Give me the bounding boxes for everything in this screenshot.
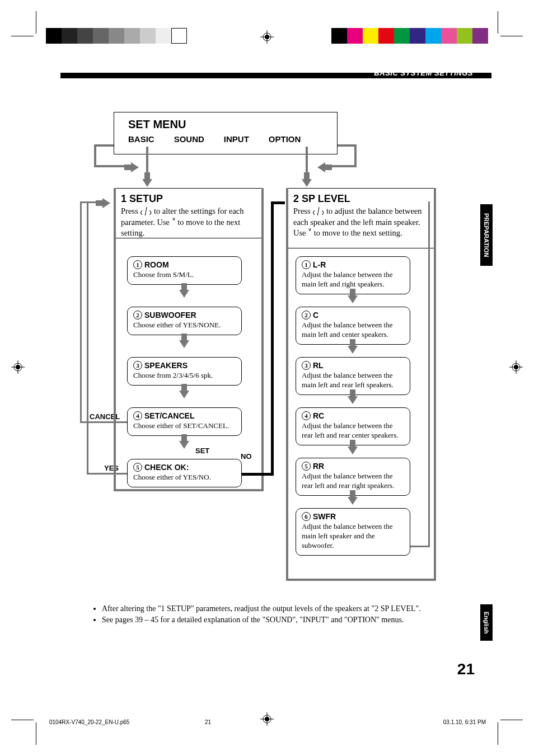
crop-mark <box>11 36 34 36</box>
footnote-1: After altering the "1 SETUP" parameters,… <box>102 603 452 614</box>
arrow-down-icon <box>179 340 189 348</box>
arrow-right-icon <box>102 198 110 208</box>
left-right-glyph-icon: ‹ / › <box>140 204 152 219</box>
flow-line <box>87 201 88 474</box>
frame-line <box>286 188 288 580</box>
crop-mark <box>498 722 498 745</box>
step-number-icon: 4 <box>133 411 142 420</box>
left-right-glyph-icon: ‹ / › <box>312 204 324 219</box>
step-number-icon: 5 <box>133 463 142 472</box>
step-number-icon: 1 <box>133 260 142 269</box>
setup-title: 1 SETUP <box>121 193 256 205</box>
menu-item-input: INPUT <box>224 134 249 144</box>
step-number-icon: 6 <box>302 512 311 521</box>
page-number: 21 <box>457 660 475 678</box>
flow-line <box>94 144 114 147</box>
step-swfr: 6 SWFR Adjust the balance between the ma… <box>296 508 410 556</box>
side-tab-preparation: PREPARATION <box>480 204 493 266</box>
flow-line <box>428 201 430 547</box>
color-bar-icon <box>331 28 488 44</box>
arrow-down-icon <box>348 295 358 303</box>
arrow-down-icon <box>179 441 189 449</box>
setup-desc: Press ‹ / › to alter the settings for ea… <box>121 206 256 239</box>
menu-item-basic: BASIC <box>128 134 154 144</box>
footnotes: After altering the "1 SETUP" parameters,… <box>94 603 452 626</box>
flow-line <box>338 144 354 147</box>
imposition-footer: 0104RX-V740_20-22_EN-U.p65 21 03.1.10, 6… <box>44 719 491 725</box>
setup-box: 1 SETUP Press ‹ / › to alter the setting… <box>114 188 264 238</box>
frame-line <box>114 188 116 490</box>
step-speakers: 3 SPEAKERS Choose from 2/3/4/5/6 spk. <box>127 357 242 386</box>
registration-mark-icon <box>509 360 523 374</box>
step-room: 1 ROOM Choose from S/M/L. <box>127 256 242 285</box>
crop-mark <box>498 11 498 34</box>
flow-line <box>80 201 82 422</box>
crop-mark <box>36 722 36 745</box>
flow-line <box>94 144 96 167</box>
side-tab-english: English <box>480 604 493 641</box>
arrow-down-icon <box>348 346 358 354</box>
step-number-icon: 4 <box>302 411 311 420</box>
frame-line <box>261 188 264 490</box>
set-menu-row: BASIC SOUND INPUT OPTION <box>128 134 326 144</box>
step-number-icon: 3 <box>302 361 311 370</box>
splevel-box: 2 SP LEVEL Press ‹ / › to adjust the bal… <box>286 188 436 248</box>
footer-page: 21 <box>205 719 211 725</box>
arrow-down-icon <box>348 447 358 454</box>
step-number-icon: 3 <box>133 361 142 370</box>
flow-line-bold <box>271 201 274 476</box>
arrow-down-icon <box>142 179 152 187</box>
section-header: BASIC SYSTEM SETTINGS <box>374 69 473 77</box>
flow-line-bold <box>271 201 285 204</box>
step-set-cancel: 4 SET/CANCEL Choose either of SET/CANCEL… <box>127 407 242 436</box>
footnote-2: See pages 39 – 45 for a detailed explana… <box>102 614 452 626</box>
step-number-icon: 5 <box>302 462 311 471</box>
footer-datetime: 03.1.10, 6:31 PM <box>443 719 486 725</box>
footer-file: 0104RX-V740_20-22_EN-U.p65 <box>49 719 129 725</box>
registration-mark-icon <box>260 30 274 44</box>
set-menu-title: SET MENU <box>128 118 326 131</box>
label-set: SET <box>195 447 209 455</box>
label-no: NO <box>241 452 252 461</box>
splevel-title: 2 SP LEVEL <box>293 193 429 205</box>
down-glyph-icon: ˅ <box>308 226 312 241</box>
arrow-right-icon <box>131 162 139 172</box>
menu-item-sound: SOUND <box>174 134 204 144</box>
label-yes: YES <box>104 464 119 472</box>
flowchart-diagram: SET MENU BASIC SOUND INPUT OPTION 1 SETU… <box>60 112 452 599</box>
flow-line <box>410 546 430 547</box>
arrow-down-icon <box>179 290 189 298</box>
frame-line <box>286 579 436 581</box>
page-content: BASIC SYSTEM SETTINGS PREPARATION Englis… <box>44 62 491 677</box>
flow-line <box>354 144 357 167</box>
frame-line <box>434 188 436 580</box>
flow-line-bold <box>242 473 273 476</box>
splevel-desc: Press ‹ / › to adjust the balance betwee… <box>293 206 429 239</box>
crop-mark <box>11 720 34 720</box>
arrow-down-icon <box>302 179 312 187</box>
frame-line <box>114 489 264 491</box>
step-check-ok: 5 CHECK OK: Choose either of YES/NO. <box>127 459 242 487</box>
flow-line <box>87 473 127 475</box>
menu-item-option: OPTION <box>269 134 301 144</box>
crop-mark <box>36 11 36 34</box>
step-number-icon: 2 <box>302 311 311 320</box>
arrow-down-icon <box>348 497 358 505</box>
color-bar-icon <box>46 28 187 44</box>
arrow-down-icon <box>179 391 189 398</box>
registration-mark-icon <box>11 360 25 374</box>
crop-mark <box>500 36 523 36</box>
down-glyph-icon: ˅ <box>172 215 176 230</box>
step-number-icon: 1 <box>302 260 311 269</box>
arrow-left-icon <box>317 162 325 172</box>
step-subwoofer: 2 SUBWOOFER Choose either of YES/NONE. <box>127 307 242 335</box>
step-number-icon: 2 <box>133 311 142 320</box>
crop-mark <box>500 720 523 720</box>
arrow-down-icon <box>348 396 358 404</box>
